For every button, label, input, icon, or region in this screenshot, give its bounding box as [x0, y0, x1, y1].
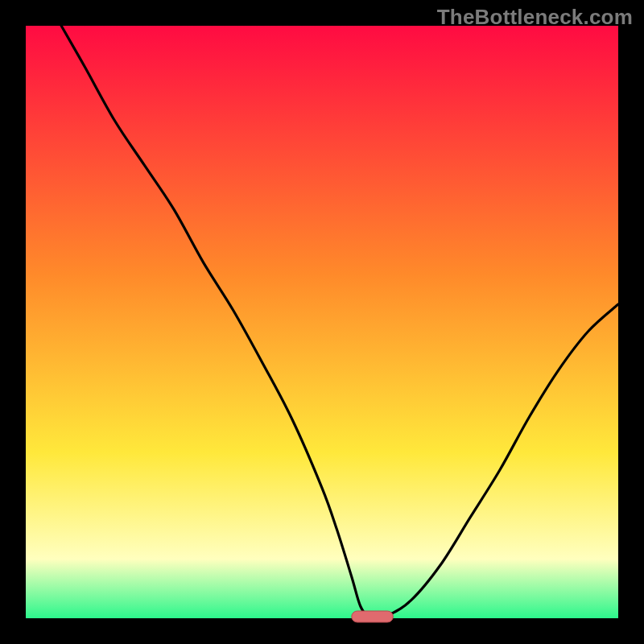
gradient-background — [26, 26, 618, 618]
chart-container: TheBottleneck.com — [0, 0, 644, 644]
bottleneck-chart — [0, 0, 644, 644]
plot-area — [26, 26, 618, 622]
optimal-range-marker — [352, 611, 394, 622]
watermark-text: TheBottleneck.com — [437, 5, 633, 30]
